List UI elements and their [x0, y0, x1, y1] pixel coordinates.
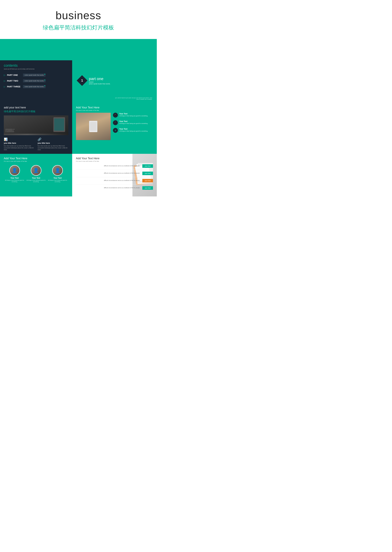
list-row-text-4: difficult circumstances serve as a textb… — [76, 187, 142, 189]
list-row-text-2: difficult circumstances serve as a textb… — [76, 172, 142, 174]
list-row-3: difficult circumstances serve as a textb… — [76, 179, 153, 184]
features-section: add your text here 绿色扁平简洁科技幻灯片模板 — [0, 103, 157, 154]
team-member-2: 👤 Your Text All things in their being ar… — [25, 165, 47, 183]
member-desc-2: All things in their being are good for s… — [25, 180, 47, 183]
list-row-tag-3: your text — [142, 179, 153, 182]
fr-list-icon-2: 📱 — [113, 120, 118, 125]
features-left-title: add your text here — [4, 106, 68, 109]
sub-title: 绿色扁平简洁科技幻灯片模板 — [3, 24, 154, 31]
hand-mock — [76, 113, 111, 140]
title-section: business 绿色扁平简洁科技幻灯片模板 — [0, 0, 157, 39]
arrow-icon-2: ▷ — [4, 80, 6, 82]
features-left-panel: add your text here 绿色扁平简洁科技幻灯片模板 — [0, 103, 72, 154]
part-one-quote: you cannot improve your past, but you ca… — [115, 97, 152, 100]
fr-text-desc-1: All things in their being are good for s… — [119, 115, 148, 117]
part-one-subtitle: action speak louder than words. — [89, 83, 110, 85]
list-items-area: difficult circumstances serve as a textb… — [76, 164, 153, 191]
contents-title: contents — [4, 63, 68, 68]
team-members-row: 👤 Your Text All things in their being ar… — [4, 165, 68, 183]
keyboard-image — [4, 115, 68, 135]
list-row-2: difficult circumstances serve as a textb… — [76, 172, 153, 177]
tablet-screen — [90, 122, 97, 131]
action-box-2: Action speak louder than words. — [23, 79, 46, 82]
list-row-1: difficult circumstances serve as a textb… — [76, 164, 153, 170]
fr-text-title-1: Your Text — [119, 113, 148, 115]
list-row-tag-2: your text — [142, 172, 153, 175]
main-title: business — [3, 9, 154, 22]
contents-left-panel: contents never put off what you can do t… — [0, 60, 72, 103]
slash-overlay-1 — [10, 165, 20, 175]
fr-text-desc-2: All things in their being are good for s… — [119, 123, 148, 125]
team-title: Add Your Text Here — [4, 157, 68, 160]
list-row-text-1: difficult circumstances serve as a textb… — [76, 165, 142, 167]
member-name-3: Your Text — [47, 177, 68, 179]
number-diamond: 1 — [77, 75, 87, 86]
contents-item-2: ▷ PART TWO Action speak louder than word… — [4, 79, 68, 82]
contents-subtitle: never put off what you can do today unti… — [4, 68, 68, 70]
fr-text-title-3: Your Text — [119, 128, 148, 130]
tablet-mock-device — [89, 121, 98, 132]
part-one-panel: 1 part one action speak louder than word… — [72, 60, 157, 103]
arrow-icon-1: ▷ — [4, 74, 6, 76]
feature-icon-2: 🔗 — [38, 137, 68, 141]
feature-icon-1: 📊 — [4, 137, 35, 141]
member-avatar-3: 👤 — [52, 165, 63, 176]
arrow-icon-3: ▷ — [4, 85, 6, 88]
list-row-text-3: difficult circumstances serve as a textb… — [76, 180, 142, 182]
feature-desc-1: four short words sum up what has lifted … — [4, 145, 35, 151]
team-right-panel: Add Your Text Here For man is man and ma… — [72, 154, 157, 197]
member-desc-1: All things in their being are good for s… — [4, 180, 25, 183]
fr-list-item-1: 📱 Your Text All things in their being ar… — [113, 113, 153, 118]
member-name-1: Your Text — [4, 177, 25, 179]
green-banner — [0, 39, 157, 60]
contents-item-1: ▷ PART ONE Action speak louder than word… — [4, 74, 68, 77]
features-right-image — [76, 113, 111, 140]
features-items-list: 📊 you title here four short words sum up… — [4, 137, 68, 151]
title-underline — [89, 82, 93, 82]
part-label-3: PART THREE — [7, 85, 21, 88]
features-right-panel: Add Your Text Here For man is man and ma… — [72, 103, 157, 154]
contents-section: contents never put off what you can do t… — [0, 60, 157, 103]
slash-overlay-2 — [31, 165, 41, 175]
list-row-tag-4: your text — [142, 186, 153, 190]
features-right-title: Add Your Text Here — [76, 106, 153, 109]
feature-title-1: you title here — [4, 142, 35, 144]
team-subtitle: For man is man and master of his fate. — [4, 161, 68, 162]
member-name-2: Your Text — [25, 177, 47, 179]
member-desc-3: All things in their being are good for s… — [47, 180, 68, 183]
list-row-4: difficult circumstances serve as a textb… — [76, 186, 153, 191]
fr-list-text-1: Your Text All things in their being are … — [119, 113, 148, 117]
part-number: 1 — [81, 78, 83, 83]
part-label-2: PART TWO — [7, 80, 21, 82]
keyboard-mock — [4, 115, 68, 135]
fr-list-text-3: Your Text All things in their being are … — [119, 128, 148, 132]
part-one-text: part one action speak louder than words. — [89, 77, 110, 85]
action-box-3: Action speak louder than words. — [23, 85, 46, 88]
fr-list-item-2: 📱 Your Text All things in their being ar… — [113, 120, 153, 125]
fr-list-icon-3: 🖥 — [113, 128, 118, 133]
action-box-1: Action speak louder than words. — [23, 74, 46, 77]
features-right-list: 📱 Your Text All things in their being ar… — [111, 113, 153, 140]
team-left-panel: Add Your Text Here For man is man and ma… — [0, 154, 72, 197]
member-avatar-1: 👤 — [9, 165, 20, 176]
part-one-header: 1 part one action speak louder than word… — [78, 77, 151, 85]
part-one-title: part one — [89, 77, 110, 81]
slash-overlay-3 — [53, 165, 63, 175]
fr-list-item-3: 🖥 Your Text All things in their being ar… — [113, 128, 153, 133]
feature-desc-2: four short words sum up what has lifted … — [38, 145, 68, 151]
feature-title-2: you title here — [38, 142, 68, 144]
features-right-content: 📱 Your Text All things in their being ar… — [76, 113, 153, 140]
team-member-1: 👤 Your Text All things in their being ar… — [4, 165, 25, 183]
contents-item-3: ▷ PART THREE Action speak louder than wo… — [4, 85, 68, 88]
feature-item-2: 🔗 you title here four short words sum up… — [38, 137, 68, 151]
team-member-3: 👤 Your Text All things in their being ar… — [47, 165, 68, 183]
fr-text-desc-3: All things in their being are good for s… — [119, 130, 148, 132]
member-avatar-2: 👤 — [31, 165, 42, 176]
feature-item-1: 📊 you title here four short words sum up… — [4, 137, 35, 151]
list-row-tag-1: your text — [142, 164, 153, 168]
fr-text-title-2: Your Text — [119, 120, 148, 122]
team-section: Add Your Text Here For man is man and ma… — [0, 154, 157, 197]
features-right-subtitle: For man is man and master of his fate. — [76, 110, 153, 111]
features-left-subtitle: 绿色扁平简洁科技幻灯片模板 — [4, 110, 68, 113]
part-label-1: PART ONE — [7, 74, 21, 76]
